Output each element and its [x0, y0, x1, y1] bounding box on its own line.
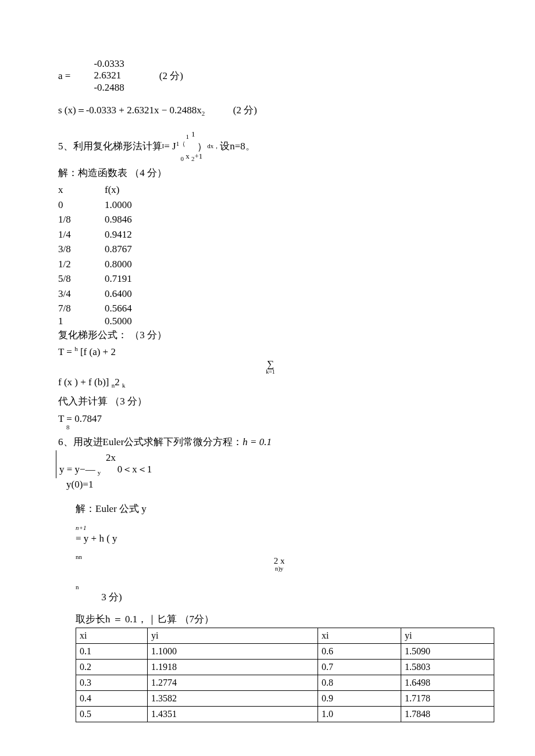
- q5-bot-plus1: +1: [194, 152, 202, 160]
- q6-td: 0.5: [76, 707, 148, 722]
- q5-ft-row: 10.5000: [58, 316, 483, 327]
- q6-td: 1.7848: [401, 707, 494, 722]
- q6-td: 0.8: [318, 675, 401, 691]
- q6-ode-sub: y: [98, 469, 101, 476]
- q5-ft-x: 3/8: [58, 242, 105, 257]
- q5-prefix: 5、利用复化梯形法计算: [58, 139, 162, 154]
- table-row: 0.41.35820.91.7178: [76, 691, 494, 707]
- q5-ft-x: 0: [58, 198, 105, 213]
- q5-sum-sub: k=1: [266, 369, 275, 375]
- q5-ft-hfx: f(x): [105, 182, 163, 198]
- q5-ft-fx: 0.8767: [105, 242, 163, 257]
- q6-td: 1.7178: [401, 691, 494, 707]
- q6-td: 0.2: [76, 660, 148, 675]
- q5-ft-x: 1/8: [58, 212, 105, 227]
- q6-n1: n+1: [76, 525, 483, 531]
- q6-ode-main: y = y−—: [59, 464, 95, 475]
- q5-ft-fx: 0.9412: [105, 227, 163, 242]
- q5-T-2: 2: [115, 377, 122, 388]
- q6-td: 0.4: [76, 691, 148, 707]
- q5-ft-fx: 0.9846: [105, 212, 163, 227]
- q5-ft-x: 1/2: [58, 257, 105, 272]
- q6-n1-sub: n+1: [76, 516, 483, 531]
- q6-th: xi: [76, 628, 148, 644]
- q6-td: 0.7: [318, 660, 401, 675]
- q5-ft-row: 5/80.7191: [58, 271, 483, 286]
- q5-frac-bot: 0 x 2+1: [180, 152, 202, 162]
- q5-ft-header: x f(x): [58, 182, 483, 198]
- q5-T-res-sub: 8: [66, 422, 483, 432]
- q6-frac-n: n: [76, 585, 483, 590]
- q6-td: 1.1918: [148, 660, 318, 675]
- q5-ft-row: 01.0000: [58, 198, 483, 213]
- q6-ode-block: 2x y = y−—y 0＜x＜1 y(0)=1: [58, 450, 483, 492]
- q5-ft-fx: 0.7191: [105, 271, 163, 286]
- s-text: s (x)＝-0.0333 + 2.6321x − 0.2488x: [58, 105, 202, 116]
- q6-result-table: xi yi xi yi 0.11.10000.61.5090 0.21.1918…: [76, 628, 494, 722]
- a-prefix: a =: [58, 69, 70, 84]
- q6-ode-init: y(0)=1: [66, 477, 483, 492]
- q5-ft-fx: 0.5000: [105, 316, 163, 327]
- q6-td: 1.0: [318, 707, 401, 722]
- q6-td: 1.3582: [148, 691, 318, 707]
- q5-ft-row: 3/80.8767: [58, 242, 483, 257]
- q5-top-sup1: 1: [186, 133, 191, 140]
- q6-td: 1.1000: [148, 644, 318, 660]
- q6-td: 1.5803: [401, 660, 494, 675]
- q5-dx: dx，: [207, 141, 220, 151]
- q5-ft-row: 3/40.6400: [58, 286, 483, 302]
- table-row: 0.31.27740.81.6498: [76, 675, 494, 691]
- a-v1: -0.0333: [94, 58, 124, 70]
- q5-setn: 设n=8。: [220, 139, 255, 154]
- q6-step-head: 取步长h ＝ 0.1，｜匕算 （7分）: [76, 612, 483, 627]
- q6-td: 1.6498: [401, 675, 494, 691]
- q6-td: 0.1: [76, 644, 148, 660]
- q5-ft-x: 3/4: [58, 286, 105, 302]
- q5-T-result: T = 0.7847 8: [58, 411, 483, 432]
- q6-td: 1.5090: [401, 644, 494, 660]
- q5-solution-head: 解：构造函数表 （4 分）: [58, 166, 483, 181]
- s-line: s (x)＝-0.0333 + 2.6321x − 0.2488x2 (2 分): [58, 103, 483, 119]
- q6-td: 1.4351: [148, 707, 318, 722]
- q5-ft-row: 1/20.8000: [58, 257, 483, 272]
- q5-statement: 5、利用复化梯形法计算 I = J 11 1（） 0 x 2+1 dx， 设n=…: [58, 130, 483, 162]
- s-score: (2 分): [233, 105, 257, 116]
- q6-th: xi: [318, 628, 401, 644]
- q6-fraction: 2 x n)y: [76, 557, 483, 572]
- q6-td: 0.6: [318, 644, 401, 660]
- s-sub2: 2: [202, 110, 205, 117]
- q5-T-mid2: f (x ) + f (b)]: [58, 377, 112, 388]
- q6-sol-prefix: 解：Euler 公式 y: [76, 503, 147, 514]
- q5-J-sup: 1（: [176, 140, 186, 147]
- table-row: 0.11.10000.61.5090: [76, 644, 494, 660]
- q5-ft-row: 1/80.9846: [58, 212, 483, 227]
- q5-paren-close: ）: [197, 141, 207, 152]
- table-row: xi yi xi yi: [76, 628, 494, 644]
- q6-frac-top: 2 x: [274, 557, 285, 565]
- q6-prefix: 6、用改进Euler公式求解下列常微分方程：: [58, 436, 242, 447]
- q5-ft-fx: 0.6400: [105, 286, 163, 302]
- q5-T-k: k: [122, 382, 126, 389]
- q6-th: yi: [401, 628, 494, 644]
- q6-sol-mid: = y + h ( y: [76, 533, 117, 544]
- q6-ode-range: 0＜x＜1: [117, 464, 152, 475]
- a-v3: -0.2488: [94, 82, 124, 94]
- table-row: 0.21.19180.71.5803: [76, 660, 494, 675]
- q5-ft-fx: 1.0000: [105, 198, 163, 213]
- q5-ft-hx: x: [58, 182, 105, 198]
- a-values: -0.0333 2.6321 -0.2488: [94, 58, 124, 94]
- q5-ft-x: 1: [58, 316, 105, 327]
- q5-T-formula: T = h [f (a) + 2∑k=1 f (x ) + f (b)] n2 …: [58, 344, 483, 390]
- q5-bot-x: x: [184, 152, 191, 160]
- q6-ode-line: y = y−—y 0＜x＜1: [59, 462, 483, 478]
- q5-T-left: T =: [58, 346, 74, 357]
- q6-frac-n-wrap: n: [76, 575, 483, 590]
- q5-ft-fx: 0.5664: [105, 301, 163, 316]
- q5-top-one: 1: [191, 130, 198, 138]
- q6-sol-score: 3 分): [101, 592, 122, 603]
- q5-ft-x: 5/8: [58, 271, 105, 286]
- a-v2: 2.6321: [94, 70, 124, 81]
- table-row: 0.51.43511.01.7848: [76, 707, 494, 722]
- a-score: (2 分): [159, 69, 183, 84]
- q5-func-table: x f(x) 01.0000 1/80.9846 1/40.9412 3/80.…: [58, 182, 483, 327]
